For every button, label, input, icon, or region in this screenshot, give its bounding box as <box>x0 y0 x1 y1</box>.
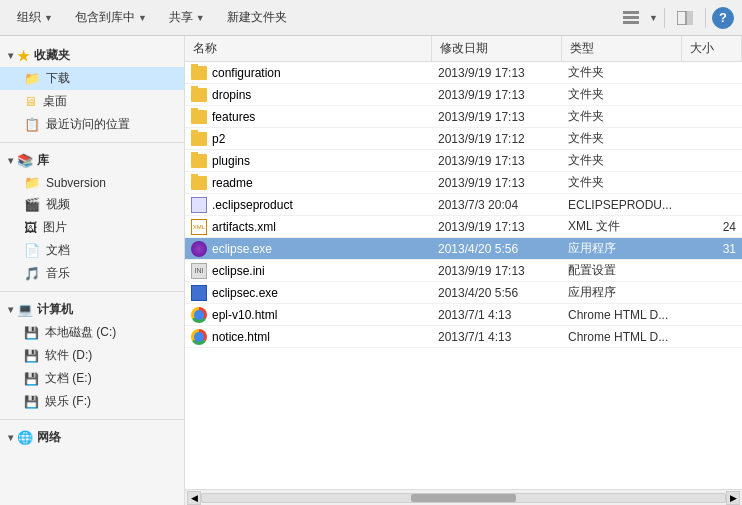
file-type: 文件夹 <box>562 84 682 105</box>
sidebar-item-video[interactable]: 🎬 视频 <box>0 193 184 216</box>
favorites-header[interactable]: ▾ ★ 收藏夹 <box>0 44 184 67</box>
drive-c-label: 本地磁盘 (C:) <box>45 324 116 341</box>
svg-rect-3 <box>677 11 686 25</box>
sidebar-item-doc[interactable]: 📄 文档 <box>0 239 184 262</box>
file-date: 2013/9/19 17:13 <box>432 218 562 236</box>
folder-icon <box>191 176 207 190</box>
scrollbar-track[interactable] <box>201 493 726 503</box>
table-row[interactable]: plugins 2013/9/19 17:13 文件夹 <box>185 150 742 172</box>
sidebar-item-recent[interactable]: 📋 最近访问的位置 <box>0 113 184 136</box>
file-date: 2013/9/19 17:13 <box>432 64 562 82</box>
table-row[interactable]: readme 2013/9/19 17:13 文件夹 <box>185 172 742 194</box>
sidebar-item-subversion[interactable]: 📁 Subversion <box>0 172 184 193</box>
include-button[interactable]: 包含到库中 ▼ <box>66 5 156 30</box>
favorites-section: ▾ ★ 收藏夹 📁 下载 🖥 桌面 📋 最近访问的位置 <box>0 44 184 136</box>
scroll-left-button[interactable]: ◀ <box>187 491 201 505</box>
file-type: 文件夹 <box>562 62 682 83</box>
drive-c-icon: 💾 <box>24 326 39 340</box>
header-name[interactable]: 名称 <box>185 36 432 61</box>
new-folder-button[interactable]: 新建文件夹 <box>218 5 296 30</box>
subversion-icon: 📁 <box>24 175 40 190</box>
view-list-icon[interactable] <box>617 6 645 30</box>
include-chevron: ▼ <box>138 13 147 23</box>
doc-label: 文档 <box>46 242 70 259</box>
recent-label: 最近访问的位置 <box>46 116 130 133</box>
file-name: p2 <box>185 130 432 148</box>
folder-icon <box>191 132 207 146</box>
file-size <box>682 137 742 141</box>
file-type: XML 文件 <box>562 216 682 237</box>
file-name: eclipsec.exe <box>185 283 432 303</box>
sidebar-item-drive-e[interactable]: 💾 文档 (E:) <box>0 367 184 390</box>
xml-icon: XML <box>191 219 207 235</box>
table-row[interactable]: notice.html 2013/7/1 4:13 Chrome HTML D.… <box>185 326 742 348</box>
organize-label: 组织 <box>17 9 41 26</box>
sidebar-item-music[interactable]: 🎵 音乐 <box>0 262 184 285</box>
sidebar-divider-2 <box>0 291 184 292</box>
table-row[interactable]: XML artifacts.xml 2013/9/19 17:13 XML 文件… <box>185 216 742 238</box>
help-icon[interactable]: ? <box>712 7 734 29</box>
library-header[interactable]: ▾ 📚 库 <box>0 149 184 172</box>
download-folder-icon: 📁 <box>24 71 40 86</box>
svg-rect-0 <box>623 11 639 14</box>
sidebar-divider-1 <box>0 142 184 143</box>
svg-rect-4 <box>687 11 693 25</box>
file-date: 2013/7/1 4:13 <box>432 328 562 346</box>
file-name: notice.html <box>185 327 432 347</box>
sidebar-divider-3 <box>0 419 184 420</box>
main-container: ▾ ★ 收藏夹 📁 下载 🖥 桌面 📋 最近访问的位置 ▾ 📚 库 <box>0 36 742 505</box>
network-header[interactable]: ▾ 🌐 网络 <box>0 426 184 449</box>
file-name: eclipse.exe <box>185 239 432 259</box>
exe-icon <box>191 285 207 301</box>
share-label: 共享 <box>169 9 193 26</box>
table-row[interactable]: .eclipseproduct 2013/7/3 20:04 ECLIPSEPR… <box>185 194 742 216</box>
sidebar-item-image[interactable]: 🖼 图片 <box>0 216 184 239</box>
file-size <box>682 181 742 185</box>
table-row[interactable]: configuration 2013/9/19 17:13 文件夹 <box>185 62 742 84</box>
header-size[interactable]: 大小 <box>682 36 742 61</box>
header-date[interactable]: 修改日期 <box>432 36 562 61</box>
preview-pane-icon[interactable] <box>671 6 699 30</box>
file-type: 文件夹 <box>562 150 682 171</box>
table-row[interactable]: epl-v10.html 2013/7/1 4:13 Chrome HTML D… <box>185 304 742 326</box>
organize-chevron: ▼ <box>44 13 53 23</box>
table-row[interactable]: p2 2013/9/19 17:12 文件夹 <box>185 128 742 150</box>
drive-f-label: 娱乐 (F:) <box>45 393 91 410</box>
scrollbar-thumb[interactable] <box>411 494 516 502</box>
network-icon: 🌐 <box>17 430 33 445</box>
network-chevron: ▾ <box>8 432 13 443</box>
image-icon: 🖼 <box>24 220 37 235</box>
table-row[interactable]: eclipse.exe 2013/4/20 5:56 应用程序 31 <box>185 238 742 260</box>
file-size <box>682 159 742 163</box>
file-type: 文件夹 <box>562 106 682 127</box>
toolbar-separator-2 <box>705 8 706 28</box>
file-type: 应用程序 <box>562 238 682 259</box>
download-label: 下载 <box>46 70 70 87</box>
music-icon: 🎵 <box>24 266 40 281</box>
header-type[interactable]: 类型 <box>562 36 682 61</box>
view-chevron[interactable]: ▼ <box>649 13 658 23</box>
scroll-right-button[interactable]: ▶ <box>726 491 740 505</box>
table-row[interactable]: eclipsec.exe 2013/4/20 5:56 应用程序 <box>185 282 742 304</box>
table-row[interactable]: features 2013/9/19 17:13 文件夹 <box>185 106 742 128</box>
table-row[interactable]: INI eclipse.ini 2013/9/19 17:13 配置设置 <box>185 260 742 282</box>
computer-header[interactable]: ▾ 💻 计算机 <box>0 298 184 321</box>
file-date: 2013/7/1 4:13 <box>432 306 562 324</box>
share-button[interactable]: 共享 ▼ <box>160 5 214 30</box>
sidebar-item-drive-f[interactable]: 💾 娱乐 (F:) <box>0 390 184 413</box>
library-section: ▾ 📚 库 📁 Subversion 🎬 视频 🖼 图片 📄 文档 🎵 <box>0 149 184 285</box>
toolbar: 组织 ▼ 包含到库中 ▼ 共享 ▼ 新建文件夹 ▼ ? <box>0 0 742 36</box>
favorites-label: 收藏夹 <box>34 47 70 64</box>
library-label: 库 <box>37 152 49 169</box>
organize-button[interactable]: 组织 ▼ <box>8 5 62 30</box>
file-name: dropins <box>185 86 432 104</box>
table-row[interactable]: dropins 2013/9/19 17:13 文件夹 <box>185 84 742 106</box>
toolbar-separator <box>664 8 665 28</box>
sidebar-item-desktop[interactable]: 🖥 桌面 <box>0 90 184 113</box>
network-label: 网络 <box>37 429 61 446</box>
doc-icon: 📄 <box>24 243 40 258</box>
sidebar-item-download[interactable]: 📁 下载 <box>0 67 184 90</box>
sidebar-item-drive-d[interactable]: 💾 软件 (D:) <box>0 344 184 367</box>
sidebar-item-drive-c[interactable]: 💾 本地磁盘 (C:) <box>0 321 184 344</box>
network-section: ▾ 🌐 网络 <box>0 426 184 449</box>
